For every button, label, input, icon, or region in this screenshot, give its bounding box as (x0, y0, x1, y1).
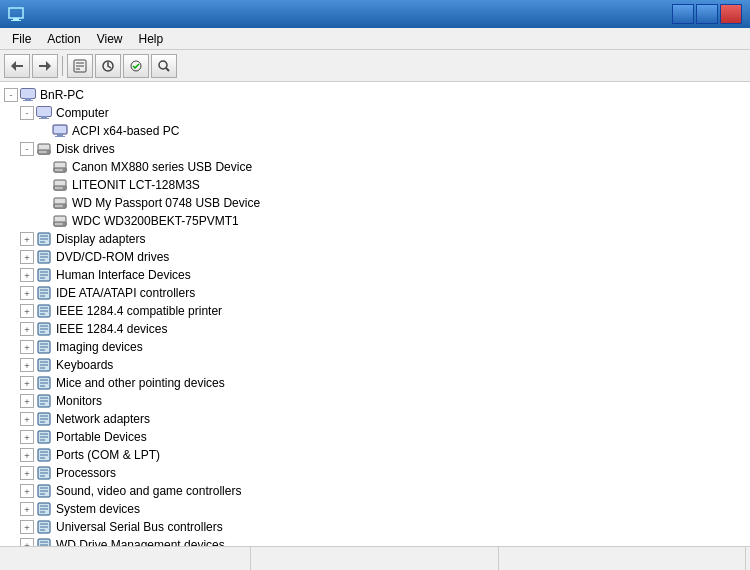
tree-item-dvd[interactable]: + DVD/CD-ROM drives (0, 248, 750, 266)
expand-icon-dvd[interactable]: + (20, 250, 34, 264)
tree-item-wd-passport[interactable]: WD My Passport 0748 USB Device (0, 194, 750, 212)
node-icon-processors (36, 465, 52, 481)
tree-item-mice[interactable]: + Mice and other pointing devices (0, 374, 750, 392)
expand-icon-imaging[interactable]: + (20, 340, 34, 354)
svg-rect-25 (55, 136, 65, 137)
tree-item-ieee1284-4[interactable]: + IEEE 1284.4 compatible printer (0, 302, 750, 320)
item-label-wd-mgmt: WD Drive Management devices (56, 538, 225, 546)
svg-point-37 (63, 205, 66, 208)
expand-icon-processors[interactable]: + (20, 466, 34, 480)
tree-item-keyboards[interactable]: + Keyboards (0, 356, 750, 374)
node-icon-liteonit (52, 177, 68, 193)
tree-item-system[interactable]: + System devices (0, 500, 750, 518)
svg-rect-0 (9, 8, 23, 18)
item-label-wd-passport: WD My Passport 0748 USB Device (72, 196, 260, 210)
menu-action[interactable]: Action (39, 30, 88, 48)
tree-item-network[interactable]: + Network adapters (0, 410, 750, 428)
tree-item-liteonit[interactable]: LITEONIT LCT-128M3S (0, 176, 750, 194)
svg-rect-2 (11, 20, 21, 21)
node-icon-dvd (36, 249, 52, 265)
tree-item-display[interactable]: + Display adapters (0, 230, 750, 248)
restore-button[interactable] (696, 4, 718, 24)
status-section-2 (251, 547, 498, 570)
tree-item-ide[interactable]: + IDE ATA/ATAPI controllers (0, 284, 750, 302)
node-icon-acpi (52, 123, 68, 139)
tree-item-ieee1284-dev[interactable]: + IEEE 1284.4 devices (0, 320, 750, 338)
expand-spacer-liteonit (36, 178, 50, 192)
node-icon-wd-passport (52, 195, 68, 211)
tree-item-processors[interactable]: + Processors (0, 464, 750, 482)
properties-button[interactable] (67, 54, 93, 78)
window-controls (672, 4, 742, 24)
node-icon-ieee1284-dev (36, 321, 52, 337)
tree-item-acpi[interactable]: ACPI x64-based PC (0, 122, 750, 140)
item-label-ports: Ports (COM & LPT) (56, 448, 160, 462)
menu-view[interactable]: View (89, 30, 131, 48)
update-driver-button[interactable] (95, 54, 121, 78)
forward-button[interactable] (32, 54, 58, 78)
tree-item-imaging[interactable]: + Imaging devices (0, 338, 750, 356)
close-button[interactable] (720, 4, 742, 24)
main-content: - BnR-PC - Computer ACPI x64-based PC - (0, 82, 750, 546)
tree-item-disk-drives[interactable]: - Disk drives (0, 140, 750, 158)
svg-rect-23 (53, 125, 67, 134)
expand-icon-system[interactable]: + (20, 502, 34, 516)
expand-icon-keyboards[interactable]: + (20, 358, 34, 372)
tree-item-sound[interactable]: + Sound, video and game controllers (0, 482, 750, 500)
item-label-bnr-pc: BnR-PC (40, 88, 84, 102)
node-icon-disk-drives (36, 141, 52, 157)
svg-rect-24 (57, 134, 63, 136)
expand-icon-network[interactable]: + (20, 412, 34, 426)
expand-icon-ports[interactable]: + (20, 448, 34, 462)
menu-file[interactable]: File (4, 30, 39, 48)
expand-icon-portable[interactable]: + (20, 430, 34, 444)
expand-icon-bnr-pc[interactable]: - (4, 88, 18, 102)
svg-point-31 (63, 169, 66, 172)
tree-item-wdc[interactable]: WDC WD3200BEKT-75PVMT1 (0, 212, 750, 230)
expand-icon-hid[interactable]: + (20, 268, 34, 282)
node-icon-mice (36, 375, 52, 391)
svg-rect-17 (25, 98, 31, 100)
item-label-ide: IDE ATA/ATAPI controllers (56, 286, 195, 300)
expand-icon-usb[interactable]: + (20, 520, 34, 534)
expand-spacer-wdc (36, 214, 50, 228)
expand-icon-monitors[interactable]: + (20, 394, 34, 408)
tree-item-bnr-pc[interactable]: - BnR-PC (0, 86, 750, 104)
item-label-mice: Mice and other pointing devices (56, 376, 225, 390)
expand-icon-display[interactable]: + (20, 232, 34, 246)
tree-item-monitors[interactable]: + Monitors (0, 392, 750, 410)
expand-spacer-wd-passport (36, 196, 50, 210)
status-section-3 (499, 547, 746, 570)
enable-button[interactable] (123, 54, 149, 78)
minimize-button[interactable] (672, 4, 694, 24)
item-label-computer: Computer (56, 106, 109, 120)
item-label-processors: Processors (56, 466, 116, 480)
tree-item-usb[interactable]: + Universal Serial Bus controllers (0, 518, 750, 536)
scan-changes-button[interactable] (151, 54, 177, 78)
expand-icon-wd-mgmt[interactable]: + (20, 538, 34, 546)
expand-spacer-acpi (36, 124, 50, 138)
expand-icon-ieee1284-dev[interactable]: + (20, 322, 34, 336)
node-icon-computer (36, 105, 52, 121)
node-icon-hid (36, 267, 52, 283)
tree-item-ports[interactable]: + Ports (COM & LPT) (0, 446, 750, 464)
tree-item-wd-mgmt[interactable]: + WD Drive Management devices (0, 536, 750, 546)
expand-icon-computer[interactable]: - (20, 106, 34, 120)
device-tree[interactable]: - BnR-PC - Computer ACPI x64-based PC - (0, 82, 750, 546)
tree-item-canon[interactable]: Canon MX880 series USB Device (0, 158, 750, 176)
menu-help[interactable]: Help (131, 30, 172, 48)
expand-icon-disk-drives[interactable]: - (20, 142, 34, 156)
tree-item-hid[interactable]: + Human Interface Devices (0, 266, 750, 284)
tree-item-portable[interactable]: + Portable Devices (0, 428, 750, 446)
expand-icon-mice[interactable]: + (20, 376, 34, 390)
node-icon-ide (36, 285, 52, 301)
item-label-system: System devices (56, 502, 140, 516)
expand-icon-ide[interactable]: + (20, 286, 34, 300)
node-icon-usb (36, 519, 52, 535)
expand-icon-sound[interactable]: + (20, 484, 34, 498)
back-button[interactable] (4, 54, 30, 78)
tree-item-computer[interactable]: - Computer (0, 104, 750, 122)
item-label-ieee1284-dev: IEEE 1284.4 devices (56, 322, 167, 336)
node-icon-portable (36, 429, 52, 445)
expand-icon-ieee1284-4[interactable]: + (20, 304, 34, 318)
